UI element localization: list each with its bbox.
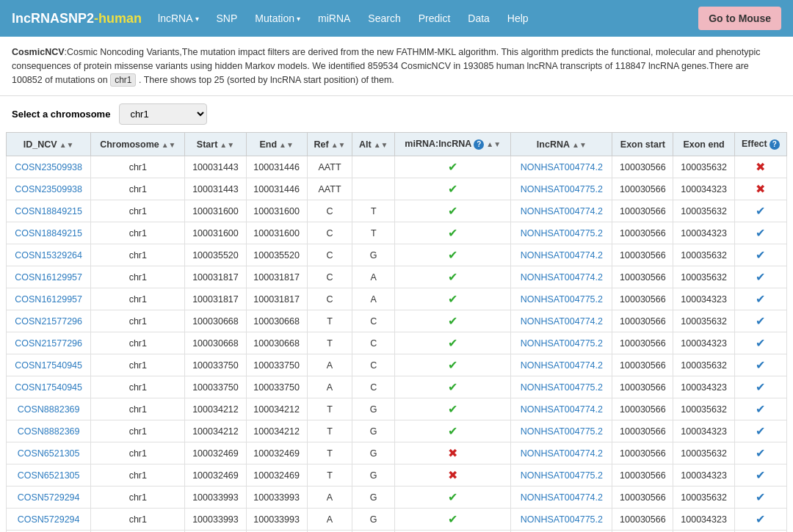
cell-id-ncv[interactable]: COSN23509938 [7, 178, 91, 200]
check-blue-icon: ✔ [756, 447, 765, 459]
cell-id-ncv[interactable]: COSN15329264 [7, 244, 91, 266]
cell-end: 100033750 [246, 354, 307, 376]
goto-mouse-button[interactable]: Go to Mouse [698, 7, 781, 30]
cell-lncrna[interactable]: NONHSAT004774.2 [511, 310, 612, 332]
cell-id-ncv[interactable]: COSN8882369 [7, 398, 91, 420]
table-row: COSN16129957chr1100031817100031817CA✔NON… [7, 288, 787, 310]
cell-lncrna[interactable]: NONHSAT004775.2 [511, 420, 612, 442]
cell-ref: T [307, 442, 352, 464]
cell-end: 100031817 [246, 288, 307, 310]
cell-exon-end: 100034323 [673, 376, 734, 398]
cell-id-ncv[interactable]: COSN8882369 [7, 420, 91, 442]
cell-lncrna[interactable]: NONHSAT004774.2 [511, 354, 612, 376]
nav-lncrna[interactable]: lncRNA ▾ [151, 8, 206, 29]
cell-alt: G [352, 487, 395, 509]
cell-id-ncv[interactable]: COSN16129957 [7, 266, 91, 288]
cell-mirna: ✔ [395, 332, 511, 354]
cell-lncrna[interactable]: NONHSAT004774.2 [511, 398, 612, 420]
cell-id-ncv[interactable]: COSN6521305 [7, 442, 91, 464]
chr-selector-select[interactable]: chr1chr2chr3chr4chr5chr6chr7chr8chr9chr1… [119, 103, 207, 125]
cell-alt: G [352, 398, 395, 420]
cell-exon-end: 100035632 [673, 310, 734, 332]
cell-lncrna[interactable]: NONHSAT004774.2 [511, 266, 612, 288]
cell-lncrna[interactable]: NONHSAT004775.2 [511, 178, 612, 200]
cell-effect: ✖ [734, 178, 786, 200]
th-chromosome[interactable]: Chromosome▲▼ [91, 133, 185, 156]
nav-data[interactable]: Data [460, 8, 497, 29]
cell-exon-end: 100035632 [673, 487, 734, 509]
cell-ref: T [307, 398, 352, 420]
cell-id-ncv[interactable]: COSN21577296 [7, 332, 91, 354]
brand-text: lncRNASNP2 [12, 11, 94, 26]
cell-effect: ✔ [734, 442, 786, 464]
cell-id-ncv[interactable]: COSN17540945 [7, 376, 91, 398]
cell-lncrna[interactable]: NONHSAT004774.2 [511, 200, 612, 222]
sort-arrows-icon: ▲▼ [486, 140, 501, 148]
cell-id-ncv[interactable]: COSN23509938 [7, 156, 91, 178]
info-icon[interactable]: ? [474, 139, 484, 150]
cell-id-ncv[interactable]: COSN21577296 [7, 310, 91, 332]
th-ref[interactable]: Ref▲▼ [307, 133, 352, 156]
cell-id-ncv[interactable]: COSN5729294 [7, 509, 91, 531]
nav-help[interactable]: Help [500, 8, 536, 29]
cell-id-ncv[interactable]: COSN18849215 [7, 200, 91, 222]
nav-mutation[interactable]: Mutation ▾ [247, 8, 308, 29]
th-start[interactable]: Start▲▼ [185, 133, 246, 156]
th-lncrna[interactable]: lncRNA▲▼ [511, 133, 612, 156]
check-green-icon: ✔ [448, 359, 457, 371]
cell-chr: chr1 [91, 354, 185, 376]
cell-effect: ✔ [734, 509, 786, 531]
nav-mirna[interactable]: miRNA [311, 8, 358, 29]
info-icon[interactable]: ? [770, 139, 780, 150]
cell-lncrna[interactable]: NONHSAT004774.2 [511, 442, 612, 464]
cell-ref: A [307, 376, 352, 398]
check-green-icon: ✔ [448, 337, 457, 349]
cell-start: 100031817 [185, 266, 246, 288]
cell-end: 100035520 [246, 244, 307, 266]
check-green-icon: ✔ [448, 249, 457, 261]
table-row: COSN8882369chr1100034212100034212TG✔NONH… [7, 420, 787, 442]
cell-lncrna[interactable]: NONHSAT004775.2 [511, 332, 612, 354]
cell-chr: chr1 [91, 200, 185, 222]
cell-exon-start: 100030566 [612, 244, 673, 266]
cell-chr: chr1 [91, 509, 185, 531]
cell-lncrna[interactable]: NONHSAT004775.2 [511, 376, 612, 398]
cell-lncrna[interactable]: NONHSAT004774.2 [511, 244, 612, 266]
cell-mirna: ✔ [395, 178, 511, 200]
chr-selector: Select a chromosome chr1chr2chr3chr4chr5… [0, 96, 793, 132]
table-row: COSN15329264chr1100035520100035520CG✔NON… [7, 244, 787, 266]
table-row: COSN23509938chr1100031443100031446AATT✔N… [7, 178, 787, 200]
cell-lncrna[interactable]: NONHSAT004775.2 [511, 464, 612, 487]
cell-ref: T [307, 420, 352, 442]
cell-lncrna[interactable]: NONHSAT004774.2 [511, 156, 612, 178]
cell-id-ncv[interactable]: COSN17540945 [7, 354, 91, 376]
th-id_ncv[interactable]: ID_NCV▲▼ [7, 133, 91, 156]
cell-end: 100034212 [246, 420, 307, 442]
cell-id-ncv[interactable]: COSN16129957 [7, 288, 91, 310]
check-green-icon: ✔ [448, 205, 457, 217]
cell-id-ncv[interactable]: COSN6521305 [7, 464, 91, 487]
cell-start: 100034212 [185, 398, 246, 420]
nav-predict[interactable]: Predict [411, 8, 458, 29]
cell-lncrna[interactable]: NONHSAT004775.2 [511, 288, 612, 310]
nav-search[interactable]: Search [361, 8, 408, 29]
brand-highlight: -human [94, 11, 142, 26]
th-mirna_lncrna[interactable]: miRNA:lncRNA?▲▼ [395, 133, 511, 156]
cell-id-ncv[interactable]: COSN5729294 [7, 487, 91, 509]
cell-alt [352, 178, 395, 200]
cell-exon-start: 100030566 [612, 442, 673, 464]
table-container: ID_NCV▲▼Chromosome▲▼Start▲▼End▲▼Ref▲▼Alt… [0, 132, 793, 532]
check-green-icon: ✔ [448, 227, 457, 239]
cell-lncrna[interactable]: NONHSAT004774.2 [511, 487, 612, 509]
th-end[interactable]: End▲▼ [246, 133, 307, 156]
th-alt[interactable]: Alt▲▼ [352, 133, 395, 156]
cell-lncrna[interactable]: NONHSAT004775.2 [511, 222, 612, 244]
th-effect: Effect? [734, 133, 786, 156]
sort-arrows-icon: ▲▼ [279, 141, 294, 149]
cell-lncrna[interactable]: NONHSAT004775.2 [511, 509, 612, 531]
cell-exon-start: 100030566 [612, 487, 673, 509]
cell-mirna: ✔ [395, 487, 511, 509]
cell-id-ncv[interactable]: COSN18849215 [7, 222, 91, 244]
cross-red-icon: ✖ [756, 161, 765, 173]
nav-snp[interactable]: SNP [209, 8, 245, 29]
